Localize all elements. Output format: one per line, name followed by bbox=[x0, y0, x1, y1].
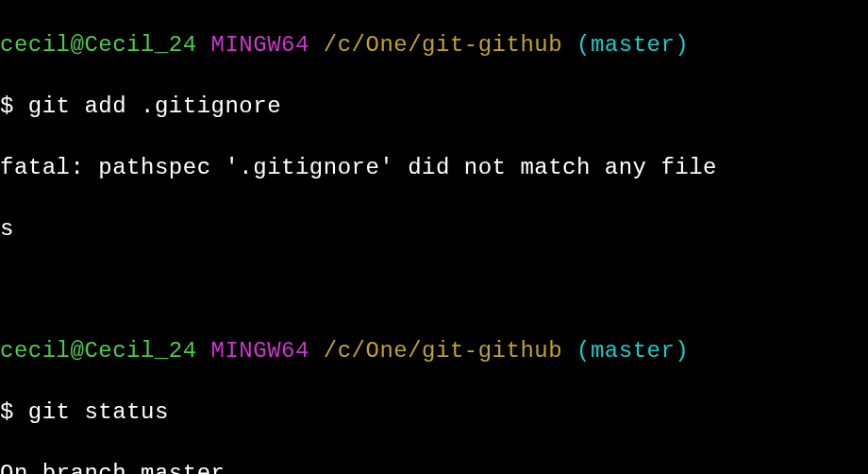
branch-name: (master) bbox=[576, 338, 689, 364]
current-path: /c/One/git-github bbox=[324, 338, 562, 364]
command-text: git status bbox=[28, 399, 169, 425]
terminal-output[interactable]: cecil@Cecil_24 MINGW64 /c/One/git-github… bbox=[0, 0, 868, 474]
user-host: cecil@Cecil_24 bbox=[0, 32, 197, 58]
blank-line bbox=[0, 276, 868, 306]
system-name: MINGW64 bbox=[211, 338, 309, 364]
output-line: On branch master bbox=[0, 459, 868, 474]
user-host: cecil@Cecil_24 bbox=[0, 338, 197, 364]
prompt-line: cecil@Cecil_24 MINGW64 /c/One/git-github… bbox=[0, 30, 868, 60]
current-path: /c/One/git-github bbox=[324, 32, 562, 58]
system-name: MINGW64 bbox=[211, 32, 309, 58]
command-line: $ git status bbox=[0, 398, 868, 428]
prompt-line: cecil@Cecil_24 MINGW64 /c/One/git-github… bbox=[0, 336, 868, 366]
output-line: fatal: pathspec '.gitignore' did not mat… bbox=[0, 153, 868, 183]
prompt-symbol: $ bbox=[0, 399, 28, 425]
output-line: s bbox=[0, 214, 868, 245]
prompt-symbol: $ bbox=[0, 93, 28, 119]
branch-name: (master) bbox=[576, 32, 689, 58]
command-text: git add .gitignore bbox=[28, 93, 281, 119]
command-line: $ git add .gitignore bbox=[0, 92, 868, 122]
